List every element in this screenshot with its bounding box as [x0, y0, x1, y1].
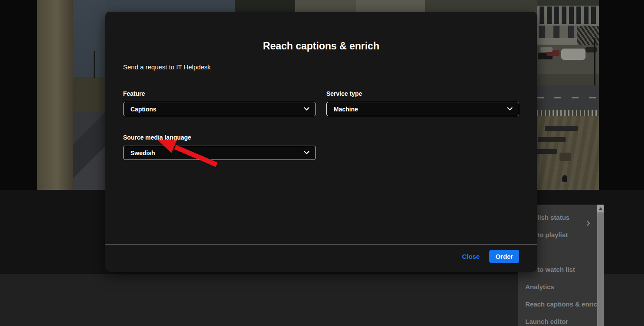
service-type-select[interactable]: Machine — [326, 102, 519, 116]
source-language-select[interactable]: Swedish — [123, 146, 316, 160]
sign-pole — [94, 51, 95, 78]
road-left — [73, 112, 105, 190]
menu-scrollbar[interactable] — [597, 205, 604, 326]
reach-captions-modal: Reach captions & enrich Send a request t… — [105, 12, 537, 272]
order-button[interactable]: Order — [489, 250, 519, 263]
campus-view — [537, 0, 599, 190]
modal-footer: Close Order — [462, 250, 519, 263]
feature-label: Feature — [123, 90, 316, 97]
picnic-bench — [538, 137, 566, 142]
menu-item-launch-editor[interactable]: Launch editor — [518, 313, 597, 326]
building-pillar — [37, 0, 73, 190]
modal-title: Reach captions & enrich — [105, 40, 537, 52]
source-language-label: Source media language — [123, 134, 316, 141]
chevron-down-icon — [304, 151, 309, 155]
service-type-label: Service type — [326, 90, 519, 97]
chevron-down-icon — [304, 107, 309, 111]
shoreline — [73, 77, 105, 112]
service-type-field: Service type Machine — [326, 90, 519, 116]
triangle-up-icon[interactable] — [597, 205, 604, 212]
scrollbar-thumb[interactable] — [598, 212, 603, 326]
picnic-bench — [545, 126, 578, 131]
feature-select[interactable]: Captions — [123, 102, 316, 116]
building-windows — [540, 7, 596, 24]
modal-footer-divider — [105, 244, 537, 244]
road-markings — [537, 97, 599, 98]
letterbox-left — [0, 0, 37, 190]
menu-item-analytics[interactable]: Analytics — [518, 278, 597, 296]
staircase — [577, 26, 599, 47]
screen: Clip of 2020020 By Jenny Madsen • Octobe… — [0, 0, 644, 326]
letterbox-right — [599, 0, 644, 190]
van — [561, 49, 585, 60]
service-type-select-value: Machine — [334, 106, 358, 113]
car — [540, 47, 553, 52]
feature-select-value: Captions — [130, 106, 156, 113]
picnic-bench — [537, 149, 557, 154]
menu-item-reach-captions[interactable]: Reach captions & enrich — [518, 296, 597, 313]
source-language-field: Source media language Swedish — [123, 134, 316, 160]
pedestrian — [562, 175, 567, 182]
lamp-pole — [594, 38, 595, 86]
lake-water — [73, 0, 105, 77]
close-button[interactable]: Close — [462, 253, 480, 260]
grass-strip — [537, 74, 599, 85]
chair — [559, 153, 571, 161]
source-language-select-value: Swedish — [130, 150, 155, 156]
feature-field: Feature Captions — [123, 90, 316, 116]
chevron-right-icon — [586, 215, 590, 226]
chevron-down-icon — [507, 107, 513, 111]
fence — [537, 110, 599, 116]
modal-subtitle: Send a request to IT Helpdesk — [123, 63, 211, 71]
